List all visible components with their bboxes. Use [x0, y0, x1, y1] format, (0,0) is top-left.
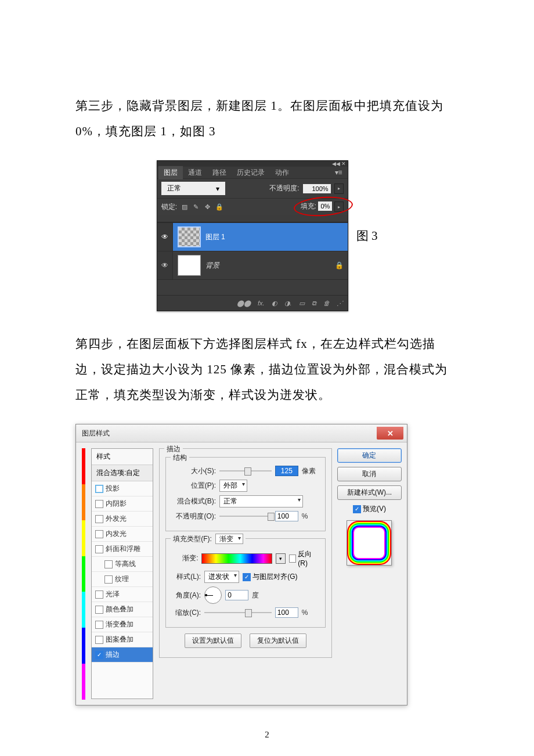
- size-input[interactable]: 125: [275, 466, 298, 476]
- group-icon[interactable]: ▭: [299, 300, 305, 307]
- style-select[interactable]: 迸发状: [204, 571, 239, 583]
- resize-grip-icon[interactable]: ⋰: [337, 300, 343, 307]
- gradient-swatch[interactable]: [201, 553, 272, 564]
- panel-status-bar: ⬤⬤ fx. ◐ ◑. ▭ ⧉ 🗑 ⋰: [157, 295, 348, 311]
- filltype-legend: 填充类型(F): 渐变: [171, 534, 246, 544]
- blend-opacity-row: 正常▾ 不透明度: 100% ▸: [157, 178, 348, 198]
- filltype-select[interactable]: 渐变: [215, 534, 243, 544]
- size-slider[interactable]: [219, 470, 272, 471]
- step3-text: 第三步，隐藏背景图层，新建图层 1。在图层面板中把填充值设为 0%，填充图层 1…: [75, 93, 459, 144]
- collapse-icon[interactable]: ◀◀: [332, 161, 340, 167]
- style-item-drop-shadow[interactable]: ✓投影: [92, 481, 153, 496]
- tab-layers[interactable]: 图层: [158, 166, 183, 179]
- lock-paint-icon[interactable]: ✎: [192, 203, 200, 211]
- opacity-slider[interactable]: [219, 516, 272, 517]
- style-item-gradient-overlay[interactable]: ✓渐变叠加: [92, 617, 153, 632]
- lock-transparency-icon[interactable]: ▨: [181, 203, 189, 211]
- tab-history[interactable]: 历史记录: [232, 166, 270, 179]
- close-icon[interactable]: ✕: [341, 161, 346, 167]
- style-label: 样式(L):: [172, 572, 201, 582]
- layer-name[interactable]: 背景: [205, 261, 331, 271]
- blendmode-field: 混合模式(B): 正常: [172, 495, 319, 507]
- opacity-unit: %: [302, 512, 319, 520]
- stroke-structure-group: 描边 结构 大小(S): 125 像素 位置(P): 外部: [159, 448, 332, 658]
- angle-input[interactable]: 0: [225, 590, 248, 600]
- layer-style-dialog: 图层样式 ✕ 样式 混合选项:自定 ✓投影 ✓内阴影 ✓外发光 ✓内发光 ✓斜面…: [75, 424, 407, 705]
- opacity-arrow-icon[interactable]: ▸: [334, 183, 344, 194]
- blendmode-label: 混合模式(B):: [172, 496, 216, 506]
- position-select[interactable]: 外部: [219, 480, 247, 492]
- style-item-pattern-overlay[interactable]: ✓图案叠加: [92, 632, 153, 647]
- new-layer-icon[interactable]: ⧉: [312, 300, 316, 307]
- new-style-button[interactable]: 新建样式(W)...: [337, 485, 402, 500]
- style-item-contour[interactable]: ✓等高线: [92, 557, 153, 572]
- sub-legend: 结构: [171, 453, 189, 463]
- style-item-inner-shadow[interactable]: ✓内阴影: [92, 496, 153, 512]
- opacity-value[interactable]: 100%: [303, 184, 331, 193]
- angle-label: 角度(A):: [172, 591, 201, 600]
- size-unit: 像素: [302, 466, 319, 476]
- style-item-inner-glow[interactable]: ✓内发光: [92, 527, 153, 542]
- lock-move-icon[interactable]: ✥: [204, 203, 212, 211]
- visibility-eye-icon[interactable]: 👁: [161, 261, 168, 269]
- layer-row-layer1[interactable]: 👁 图层 1: [157, 223, 348, 251]
- position-label: 位置(P):: [172, 481, 216, 491]
- angle-unit: 度: [252, 591, 269, 600]
- reverse-checkbox[interactable]: ✓反向(R): [289, 549, 319, 567]
- page-number: 2: [75, 730, 459, 740]
- mask-icon[interactable]: ◐: [272, 300, 277, 307]
- styles-head[interactable]: 样式: [92, 449, 153, 465]
- visibility-eye-icon[interactable]: 👁: [161, 233, 168, 241]
- blend-options-head[interactable]: 混合选项:自定: [92, 465, 153, 481]
- style-item-color-overlay[interactable]: ✓颜色叠加: [92, 602, 153, 617]
- reset-default-button[interactable]: 复位为默认值: [250, 633, 306, 648]
- blend-mode-select[interactable]: 正常▾: [161, 182, 225, 195]
- dialog-right-column: 确定 取消 新建样式(W)... ✓预览(V): [338, 448, 401, 566]
- preview-checkbox[interactable]: ✓预览(V): [353, 504, 386, 514]
- scale-input[interactable]: 100: [275, 607, 298, 618]
- style-item-satin[interactable]: ✓光泽: [92, 587, 153, 602]
- layer-row-background[interactable]: 👁 背景 🔒: [157, 251, 348, 280]
- style-item-bevel[interactable]: ✓斜面和浮雕: [92, 542, 153, 557]
- tab-channels[interactable]: 通道: [183, 166, 207, 179]
- lock-fill-row: 锁定: ▨ ✎ ✥ 🔒 填充: 0% ▸: [157, 198, 348, 215]
- gradient-dropdown-icon[interactable]: ▾: [276, 553, 286, 564]
- opacity-label: 不透明度:: [269, 183, 299, 193]
- panel-menu-icon[interactable]: ▾≡: [330, 167, 348, 178]
- align-checkbox[interactable]: ✓与图层对齐(G): [243, 572, 297, 582]
- dialog-title: 图层样式: [82, 429, 110, 438]
- layers-panel: ◀◀ ✕ 图层 通道 路径 历史记录 动作 ▾≡ 正常▾ 不透明度: 100% …: [157, 160, 348, 311]
- layer-name[interactable]: 图层 1: [205, 232, 348, 242]
- fill-type-group: 填充类型(F): 渐变 渐变: ▾ ✓反向(R): [165, 538, 326, 628]
- tab-paths[interactable]: 路径: [207, 166, 232, 179]
- opacity-input[interactable]: 100: [275, 511, 298, 521]
- structure-sub-group: 结构 大小(S): 125 像素 位置(P): 外部: [165, 457, 326, 531]
- fill-arrow-icon[interactable]: ▸: [334, 201, 344, 212]
- style-item-outer-glow[interactable]: ✓外发光: [92, 512, 153, 527]
- ok-button[interactable]: 确定: [337, 448, 402, 463]
- figure-3-label: 图 3: [356, 228, 378, 244]
- layer-thumb[interactable]: [178, 226, 201, 247]
- layer-thumb[interactable]: [178, 255, 201, 276]
- trash-icon[interactable]: 🗑: [323, 300, 330, 307]
- fill-label: 填充:: [301, 202, 316, 210]
- angle-dial[interactable]: [204, 586, 222, 604]
- lock-icons[interactable]: ▨ ✎ ✥ 🔒: [181, 203, 223, 211]
- lock-all-icon[interactable]: 🔒: [215, 203, 223, 211]
- adjust-icon[interactable]: ◑.: [284, 300, 292, 307]
- tab-actions[interactable]: 动作: [270, 166, 294, 179]
- style-item-stroke[interactable]: ✓描边: [92, 647, 153, 663]
- layers-list: 👁 图层 1 👁 背景 🔒: [157, 222, 348, 280]
- opacity-label: 不透明度(O):: [172, 512, 216, 521]
- fx-icon[interactable]: fx.: [258, 300, 265, 307]
- close-button[interactable]: ✕: [377, 427, 403, 440]
- set-default-button[interactable]: 设置为默认值: [185, 633, 241, 648]
- link-layers-icon[interactable]: ⬤⬤: [237, 300, 251, 307]
- fill-value[interactable]: 0%: [318, 201, 332, 211]
- style-item-texture[interactable]: ✓纹理: [92, 572, 153, 587]
- style-preview: [347, 520, 392, 566]
- scale-slider[interactable]: [204, 612, 272, 613]
- blendmode-select[interactable]: 正常: [219, 495, 303, 507]
- scale-field: 缩放(C): 100 %: [172, 607, 319, 618]
- cancel-button[interactable]: 取消: [337, 467, 402, 481]
